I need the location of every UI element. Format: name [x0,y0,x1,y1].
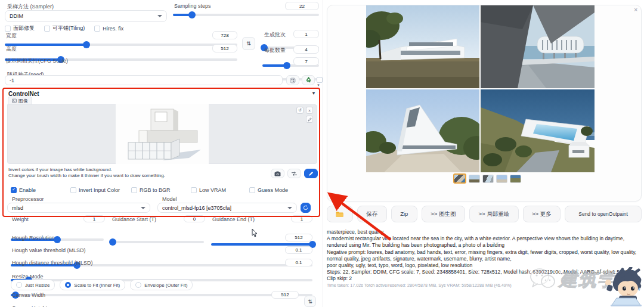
swap-arrows-icon: ⇅ [246,41,251,46]
image-icon [12,98,17,103]
resize-scale-to-fit-radio[interactable]: Scale to Fit (Inner Fit) [60,280,125,290]
thumbnail-4[interactable] [496,175,507,183]
batch-count-value[interactable]: 1 [293,30,319,38]
controlnet-input-image[interactable]: ↺ × [7,104,317,164]
shuffle-icon [291,171,298,176]
random-seed-button[interactable] [286,75,299,85]
controlnet-image-tab[interactable]: 图像 [8,97,32,104]
controlnet-collapse-caret[interactable]: ▼ [311,91,316,96]
controlnet-hint-line2: Change your brush width to make it thinn… [8,173,165,179]
restore-faces-label: 面部修复 [13,24,35,32]
canvas-width-value[interactable]: 512 [271,291,299,299]
clear-image-icon[interactable]: × [306,107,313,114]
send-to-img2img-button[interactable]: >> 图生图 [422,206,465,222]
undo-icon[interactable]: ↺ [296,107,304,114]
negative-prompt-text: Negative prompt: lowres, bad anatomy, ba… [327,249,642,262]
model-label: Model [162,196,177,202]
rgb-to-bgr-checkbox[interactable]: RGB to BGR [131,187,171,193]
hough-distance-threshold-value[interactable]: 0.1 [285,259,312,266]
weight-value[interactable]: 1 [83,215,105,222]
guidance-end-label: Guidance End (T) [212,216,255,222]
hough-value-threshold-label: Hough value threshold (MLSD) [12,247,86,253]
extra-seed-checkbox[interactable] [317,77,323,83]
generated-image-3[interactable] [366,89,479,172]
swap-arrows-icon: ⇅ [308,299,312,305]
reuse-seed-button[interactable] [302,75,315,85]
sampling-steps-value[interactable]: 22 [285,2,319,10]
enable-label: Enable [19,187,36,193]
webcam-button[interactable] [271,169,284,178]
hires-fix-checkbox[interactable]: Hires. fix [94,24,123,32]
prompt-text-line2: A modernist rectangular villa located ne… [327,235,642,249]
controlnet-model-preview-image [117,106,207,163]
resize-just-resize-radio[interactable]: Just Resize [11,280,55,290]
seed-value: -1 [10,77,14,83]
generated-image-1[interactable] [366,5,479,88]
restore-faces-checkbox[interactable]: 面部修复 [5,24,35,32]
canvas-swap-button[interactable]: ⇅ [304,296,316,307]
invert-input-color-checkbox[interactable]: Invert Input Color [70,187,120,193]
radio-dot [135,282,141,288]
generated-image-4[interactable] [481,89,595,172]
cfg-scale-label: 提示词相关性(CFG Scale) [6,57,68,65]
refresh-models-button[interactable] [301,203,311,213]
low-vram-checkbox[interactable]: Low VRAM [191,187,226,193]
thumbnail-5[interactable] [510,175,521,183]
resize-option-label: Scale to Fit (Inner Fit) [74,283,120,288]
send-to-extras-button[interactable]: >> 更多 [523,206,561,222]
tiling-checkbox[interactable]: 可平铺(Tiling) [44,24,85,32]
height-value[interactable]: 512 [212,44,237,52]
radio-dot [65,282,71,288]
preprocessor-dropdown[interactable]: mlsd [7,203,150,213]
mouse-cursor [252,229,258,237]
edit-brush-icon[interactable] [306,116,313,123]
save-button[interactable]: 保存 [357,206,387,222]
close-gallery-icon[interactable]: × [634,6,637,13]
zip-button[interactable]: Zip [391,206,417,222]
guidance-start-value[interactable]: 0 [184,215,205,222]
sampling-steps-slider[interactable] [173,14,319,16]
app-window: 采样方法 (Sampler) DDIM Sampling steps 22 面部… [0,0,644,307]
cfg-scale-value[interactable]: 7 [293,57,319,66]
thumbnail-2[interactable] [469,175,480,183]
resize-option-label: Envelope (Outer Fit) [144,283,187,288]
swap-dimensions-button[interactable]: ⇅ [242,37,255,50]
low-vram-label: Low VRAM [199,187,226,193]
hires-fix-label: Hires. fix [103,26,123,32]
guidance-start-slider[interactable] [111,241,204,243]
rgb-bgr-label: RGB to BGR [140,187,171,193]
thumbnail-1-selected[interactable] [453,173,466,184]
guidance-end-value[interactable]: 1 [291,215,312,222]
generated-image-2[interactable] [481,5,595,88]
send-to-openoutpaint-button[interactable]: Send to openOutpaint [565,206,642,222]
guidance-end-slider[interactable] [211,243,312,246]
send-to-inpaint-button[interactable]: >> 局部重绘 [469,206,519,222]
checkbox-box [5,26,11,32]
mirror-webcam-button[interactable] [287,169,301,178]
new-canvas-button[interactable] [304,169,318,178]
sampler-dropdown[interactable]: DDIM [5,10,167,22]
width-value[interactable]: 728 [212,31,237,39]
hough-distance-threshold-slider[interactable] [11,294,312,296]
batch-size-value[interactable]: 4 [293,45,319,54]
guess-mode-checkbox[interactable]: Guess Mode [249,187,288,193]
chevron-down-icon [157,15,162,17]
canvas-width-label: Canvas Width [12,292,45,298]
radio-dot [16,282,22,288]
open-folder-button[interactable] [327,206,353,222]
hough-distance-threshold-label: Hough distance threshold (MLSD) [12,260,93,266]
thumbnail-3[interactable] [482,175,494,183]
hough-value-threshold-value[interactable]: 0.1 [285,246,312,254]
panel-divider [323,0,323,307]
weight-label: Weight [12,216,29,222]
folder-icon [336,211,343,218]
width-slider[interactable] [5,44,237,46]
model-dropdown[interactable]: control_mlsd-fp16 [e3705cfa] [157,203,297,213]
hough-resolution-value[interactable]: 512 [285,234,312,241]
height-label: 高度 [6,45,17,53]
enable-checkbox[interactable]: Enable [11,187,36,193]
mascot-character [601,267,644,307]
resize-envelope-radio[interactable]: Envelope (Outer Fit) [130,280,193,290]
seed-extra-caret[interactable]: ▼ [317,83,320,87]
seed-input[interactable]: -1 [5,75,283,85]
